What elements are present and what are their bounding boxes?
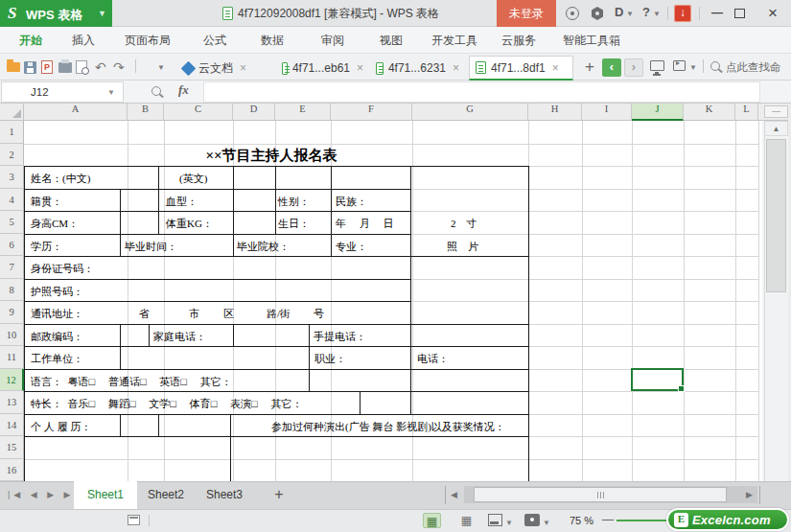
ribbon-tab-8[interactable]: 开发工具 [431,27,477,54]
chevron-down-icon[interactable]: ▼ [689,63,697,72]
ribbon-tab-5[interactable]: 数据 [261,27,284,54]
column-header-K[interactable]: K [684,104,735,121]
eye-protect-mode-icon[interactable] [524,514,540,526]
sheet-nav-arrows[interactable]: |◀ ◀ ▶ ▶| [8,481,81,509]
redo-icon[interactable]: ↷ [113,54,125,81]
close-button[interactable]: × [761,0,784,27]
sheet-tab-sheet3[interactable]: Sheet3 [195,481,254,509]
row-header-16[interactable]: 16 [0,459,24,482]
add-sheet-button[interactable]: + [268,481,290,509]
row-header-7[interactable]: 7 [0,256,24,279]
share-screen-icon[interactable] [673,60,686,71]
save-icon[interactable] [24,54,36,81]
split-handle[interactable]: — [764,105,788,118]
chevron-down-icon[interactable]: ▼ [653,10,661,18]
normal-view-icon[interactable]: ▦ [423,513,441,528]
undo-icon[interactable]: ↶ [95,54,106,81]
row-header-5[interactable]: 5 [0,211,24,234]
column-header-J[interactable]: J [632,104,684,121]
column-header-E[interactable]: E [275,104,331,121]
formula-input[interactable] [203,81,760,103]
row-header-14[interactable]: 14 [0,414,24,437]
row-header-3[interactable]: 3 [0,166,24,189]
column-header-H[interactable]: H [528,104,582,121]
ribbon-tab-7[interactable]: 视图 [380,27,403,54]
select-all-corner[interactable] [0,104,24,121]
ribbon-tab-9[interactable]: 云服务 [501,27,536,54]
splitter[interactable] [759,486,760,504]
skin-menu-icon[interactable]: D [615,5,623,19]
row-header-10[interactable]: 10 [0,324,24,347]
chevron-down-icon[interactable]: ▼ [626,10,634,18]
row-header-11[interactable]: 11 [0,346,24,369]
open-file-icon[interactable] [7,54,20,81]
chevron-down-icon[interactable]: ▼ [157,63,165,72]
print-preview-icon[interactable] [76,54,87,81]
ribbon-tab-3[interactable]: 页面布局 [125,27,171,54]
ribbon-tab-1[interactable]: 开始 [19,27,42,54]
document-tab-2[interactable]: 4f71...eb61× [276,56,369,81]
scroll-up-arrow[interactable]: ▲ [764,121,788,136]
row-header-12[interactable]: 12 [0,369,24,392]
row-header-9[interactable]: 9 [0,301,24,324]
column-header-C[interactable]: C [164,104,233,121]
chevron-down-icon[interactable]: ▼ [107,88,115,97]
download-icon[interactable]: ↓ [674,5,691,22]
login-button[interactable]: 未登录 [497,0,556,27]
column-header-L[interactable]: L [735,104,758,121]
feedback-icon[interactable] [566,7,579,20]
close-icon[interactable]: × [552,61,559,75]
splitter[interactable] [445,486,446,504]
name-box[interactable]: J12 ▼ [1,81,124,103]
insert-function-icon[interactable]: fx [178,82,189,98]
search-icon[interactable] [710,61,720,71]
column-header-B[interactable]: B [128,104,164,121]
row-header-2[interactable]: 2 [0,144,24,167]
close-icon[interactable]: × [453,61,459,75]
help-icon[interactable]: ? [642,5,650,19]
close-icon[interactable]: × [357,61,363,75]
ribbon-tab-10[interactable]: 智能工具箱 [563,27,620,54]
minimize-button[interactable]: — [708,0,727,27]
ribbon-tab-2[interactable]: 插入 [72,27,95,54]
presentation-icon[interactable] [650,60,664,71]
magnifier-icon[interactable] [151,86,161,96]
column-header-D[interactable]: D [233,104,275,121]
column-header-G[interactable]: G [412,104,528,121]
ribbon-tab-6[interactable]: 审阅 [321,27,344,54]
horizontal-scrollbar-thumb[interactable] [474,487,727,502]
export-pdf-icon[interactable]: P [41,54,53,81]
wps-app-button[interactable]: S WPS 表格 ▼ [0,0,112,27]
page-layout-view-icon[interactable] [488,514,502,526]
row-header-13[interactable]: 13 [0,391,24,414]
column-header-A[interactable]: A [24,104,128,121]
command-search-input[interactable]: 点此查找命令 [726,54,791,81]
chevron-down-icon[interactable]: ▼ [543,519,550,527]
maximize-button[interactable] [734,9,745,18]
scroll-left-arrow[interactable]: ◀ [451,481,457,509]
document-tab-3[interactable]: 4f71...6231× [370,56,465,81]
row-header-8[interactable]: 8 [0,279,24,302]
forward-button[interactable]: › [624,58,643,77]
new-document-tab-button[interactable]: + [580,56,599,81]
zoom-out-button[interactable]: — [602,509,614,532]
vertical-scrollbar-thumb[interactable] [766,139,786,292]
sheet-tab-sheet2[interactable]: Sheet2 [137,481,195,509]
sheet-tab-sheet1[interactable]: Sheet1 [74,481,137,509]
document-tab-1[interactable]: 云文档× [177,56,273,81]
selected-cell[interactable] [631,368,684,392]
row-header-1[interactable]: 1 [0,121,24,144]
ribbon-tab-4[interactable]: 公式 [203,27,226,54]
document-tab-4[interactable]: 4f71...8df1× [469,56,573,81]
chevron-down-icon[interactable]: ▼ [505,519,513,527]
close-icon[interactable]: × [240,61,246,75]
column-header-I[interactable]: I [582,104,632,121]
scroll-right-arrow[interactable]: ▶ [746,481,753,509]
row-header-6[interactable]: 6 [0,234,24,257]
print-icon[interactable] [58,54,72,81]
back-button[interactable]: ‹ [602,58,621,77]
row-header-4[interactable]: 4 [0,189,24,212]
page-break-view-icon[interactable]: ▦ [457,513,476,528]
column-header-F[interactable]: F [331,104,412,121]
row-header-15[interactable]: 15 [0,436,24,459]
